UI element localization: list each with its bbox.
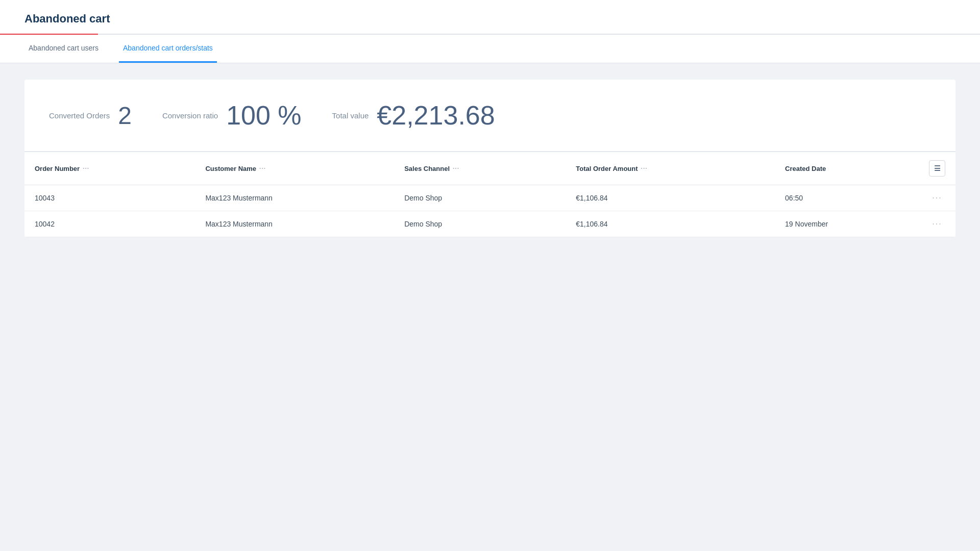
col-header-total-order-amount: Total Order Amount ··· (566, 152, 775, 185)
page-title: Abandoned cart (24, 12, 955, 34)
header: Abandoned cart (0, 0, 980, 34)
cell-created-date: 19 November (775, 211, 919, 237)
cell-sales-channel: Demo Shop (394, 211, 566, 237)
total-order-amount-col-options[interactable]: ··· (641, 165, 648, 172)
tabs-bar: Abandoned cart users Abandoned cart orde… (0, 35, 980, 63)
sales-channel-col-options[interactable]: ··· (453, 165, 459, 172)
col-header-customer-name: Customer Name ··· (195, 152, 394, 185)
row-action-dots[interactable]: ··· (932, 193, 942, 202)
row-action-dots[interactable]: ··· (932, 219, 942, 228)
orders-table: Order Number ··· Customer Name ··· (24, 152, 955, 237)
stats-row: Converted Orders 2 Conversion ratio 100 … (24, 80, 955, 152)
settings-icon: ☰ (934, 164, 941, 172)
table-row: 10042 Max123 Mustermann Demo Shop €1,106… (24, 211, 955, 237)
cell-customer-name: Max123 Mustermann (195, 185, 394, 211)
main-card: Converted Orders 2 Conversion ratio 100 … (24, 80, 955, 237)
cell-actions: ··· (919, 211, 955, 237)
stat-total-value: Total value €2,213.68 (332, 100, 495, 131)
cell-order-number: 10043 (24, 185, 195, 211)
table-header-row: Order Number ··· Customer Name ··· (24, 152, 955, 185)
cell-customer-name: Max123 Mustermann (195, 211, 394, 237)
converted-orders-value: 2 (118, 102, 132, 130)
stat-converted-orders: Converted Orders 2 (49, 102, 132, 130)
col-header-order-number: Order Number ··· (24, 152, 195, 185)
tab-abandoned-cart-users[interactable]: Abandoned cart users (24, 35, 103, 63)
page-container: Abandoned cart Abandoned cart users Aban… (0, 0, 980, 551)
stat-conversion-ratio: Conversion ratio 100 % (162, 100, 302, 131)
tab-abandoned-cart-orders[interactable]: Abandoned cart orders/stats (119, 35, 217, 63)
cell-created-date: 06:50 (775, 185, 919, 211)
total-value-label: Total value (332, 111, 369, 120)
converted-orders-label: Converted Orders (49, 111, 110, 120)
customer-name-col-options[interactable]: ··· (259, 165, 266, 172)
conversion-ratio-value: 100 % (226, 100, 301, 131)
cell-actions: ··· (919, 185, 955, 211)
cell-total-order-amount: €1,106.84 (566, 185, 775, 211)
column-settings-button[interactable]: ☰ (929, 160, 945, 177)
col-header-actions: ☰ (919, 152, 955, 185)
col-header-sales-channel: Sales Channel ··· (394, 152, 566, 185)
cell-total-order-amount: €1,106.84 (566, 211, 775, 237)
conversion-ratio-label: Conversion ratio (162, 111, 218, 120)
total-value-value: €2,213.68 (377, 100, 495, 131)
table-container: Order Number ··· Customer Name ··· (24, 152, 955, 237)
order-number-col-options[interactable]: ··· (83, 165, 89, 172)
cell-order-number: 10042 (24, 211, 195, 237)
cell-sales-channel: Demo Shop (394, 185, 566, 211)
col-header-created-date: Created Date (775, 152, 919, 185)
main-content: Converted Orders 2 Conversion ratio 100 … (0, 63, 980, 254)
table-row: 10043 Max123 Mustermann Demo Shop €1,106… (24, 185, 955, 211)
